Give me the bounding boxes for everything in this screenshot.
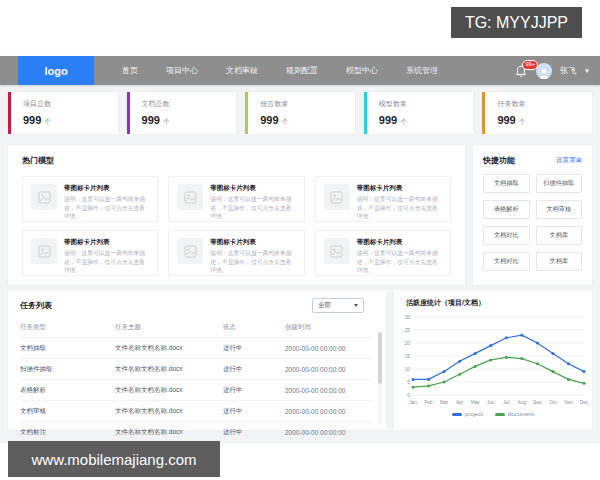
stat-card-tasks[interactable]: 任务数量 999个 [482,92,592,134]
quick-actions-panel: 快捷功能 设置菜单 文档抽取 扫描件抽取 表格解析 文档审核 文档对比 文档库 … [473,145,592,285]
site-watermark: www.mobilemajiang.com [8,441,220,477]
qa-button-doc-extract[interactable]: 文档抽取 [483,174,530,193]
stat-value: 999 [497,114,515,126]
model-card-title: 带图标卡片列表 [357,184,442,193]
table-row[interactable]: 表格解析 文件名称文档名称.docx 进行中 2000-00-00 00:00:… [20,379,372,400]
task-filter-value: 全部 [318,301,331,310]
svg-text:Dec: Dec [580,400,589,405]
hot-models-title: 热门模型 [22,155,451,166]
user-avatar[interactable] [536,63,552,79]
chevron-down-icon[interactable]: ▼ [584,68,590,74]
task-list-panel: 任务列表 全部 任务类型 任务主题 状态 创建时间 文档抽取 文件名称文档名称.… [8,290,386,430]
model-card-desc: 说明：这里可以放一两句简单描述，不宜操作，仅可点击去查看详情。 [357,249,442,275]
model-card[interactable]: 带图标卡片列表说明：这里可以放一两句简单描述，不宜操作，仅可点击去查看详情。 [315,176,451,222]
stat-card-documents[interactable]: 文档总数 999个 [127,92,237,134]
table-row[interactable]: 扫描件抽取 文件名称文档名称.docx 进行中 2000-00-00 00:00… [20,358,372,379]
svg-text:Nov: Nov [564,400,573,405]
col-task-type: 任务类型 [20,323,115,332]
user-name[interactable]: 张飞 [560,65,576,76]
notification-badge: 99+ [522,60,538,71]
navbar-right: 99+ 张飞 ▼ [515,56,590,85]
svg-text:Jul: Jul [503,400,509,405]
hot-models-panel: 热门模型 带图标卡片列表说明：这里可以放一两句简单描述，不宜操作，仅可点击去查看… [8,145,465,285]
table-row[interactable]: 文档标注 文件名称文档名称.docx 进行中 2000-00-00 00:00:… [20,421,372,442]
stat-value: 999 [142,114,160,126]
qa-button-table-parse[interactable]: 表格解析 [483,200,530,219]
stat-card-reports[interactable]: 报告数量 999个 [245,92,355,134]
svg-text:30: 30 [405,315,411,320]
qa-button-doc-compare-2[interactable]: 文档对比 [483,252,530,271]
image-icon [177,238,203,264]
model-card-title: 带图标卡片列表 [64,238,149,247]
scrollbar-thumb[interactable] [378,332,382,384]
cell-task-subject: 文件名称文档名称.docx [115,344,223,353]
svg-text:0: 0 [407,393,410,398]
model-card[interactable]: 带图标卡片列表说明：这里可以放一两句简单描述，不宜操作，仅可点击去查看详情。 [315,230,451,276]
nav-item-rules[interactable]: 规则配置 [286,65,318,76]
qa-button-doc-library-2[interactable]: 文档库 [536,252,583,271]
svg-text:5: 5 [407,380,410,385]
model-card-title: 带图标卡片列表 [210,238,295,247]
legend-item-document[interactable]: document [495,411,534,417]
svg-text:May: May [471,400,481,405]
model-card[interactable]: 带图标卡片列表说明：这里可以放一两句简单描述，不宜操作，仅可点击去查看详情。 [22,176,158,222]
stat-value: 999 [379,114,397,126]
svg-text:Jun: Jun [487,400,495,405]
cell-created-at: 2000-00-00 00:00:00 [285,366,372,373]
model-card-title: 带图标卡片列表 [357,238,442,247]
settings-menu-link[interactable]: 设置菜单 [556,156,582,165]
stat-unit: 个 [163,118,170,125]
model-card-desc: 说明：这里可以放一两句简单描述，不宜操作，仅可点击去查看详情。 [64,195,149,221]
cell-created-at: 2000-00-00 00:00:00 [285,345,372,352]
model-card[interactable]: 带图标卡片列表说明：这里可以放一两句简单描述，不宜操作，仅可点击去查看详情。 [168,230,304,276]
logo[interactable]: logo [18,56,94,85]
qa-button-scan-extract[interactable]: 扫描件抽取 [536,174,583,193]
cell-task-type: 表格解析 [20,386,115,395]
model-card-desc: 说明：这里可以放一两句简单描述，不宜操作，仅可点击去查看详情。 [357,195,442,221]
svg-text:Mar: Mar [440,400,449,405]
cell-task-subject: 文件名称文档名称.docx [115,428,223,437]
task-filter-select[interactable]: 全部 [312,298,364,313]
cell-status: 进行中 [223,344,285,353]
notification-bell-icon[interactable]: 99+ [515,64,528,78]
stat-card-models[interactable]: 模型数量 999个 [364,92,474,134]
stat-unit: 个 [282,118,289,125]
model-card[interactable]: 带图标卡片列表说明：这里可以放一两句简单描述，不宜操作，仅可点击去查看详情。 [168,176,304,222]
nav-item-projects[interactable]: 项目中心 [166,65,198,76]
nav-item-home[interactable]: 首页 [122,65,138,76]
cell-created-at: 2000-00-00 00:00:00 [285,429,372,436]
model-card-desc: 说明：这里可以放一两句简单描述，不宜操作，仅可点击去查看详情。 [210,195,295,221]
table-row[interactable]: 文档审核 文件名称文档名称.docx 进行中 2000-00-00 00:00:… [20,400,372,421]
legend-marker [495,413,505,416]
table-header-row: 任务类型 任务主题 状态 创建时间 [20,319,372,337]
qa-button-doc-review[interactable]: 文档审核 [536,200,583,219]
tg-watermark: TG: MYYJJPP [451,7,582,38]
nav-item-models[interactable]: 模型中心 [346,65,378,76]
nav-item-doc-review[interactable]: 文档审核 [226,65,258,76]
svg-text:20: 20 [405,341,411,346]
legend-item-project[interactable]: project [452,411,483,417]
activity-chart-title: 活跃度统计（项目/文档） [394,290,592,308]
cell-task-subject: 文件名称文档名称.docx [115,407,223,416]
qa-button-doc-compare[interactable]: 文档对比 [483,226,530,245]
stat-label: 报告数量 [260,99,349,109]
table-row[interactable]: 文档抽取 文件名称文档名称.docx 进行中 2000-00-00 00:00:… [20,337,372,358]
stat-card-projects[interactable]: 项目总数 999个 [8,92,118,134]
col-created-at: 创建时间 [285,323,372,332]
qa-button-doc-library[interactable]: 文档库 [536,226,583,245]
svg-text:Aug: Aug [518,400,527,405]
svg-text:Oct: Oct [549,400,557,405]
model-card-title: 带图标卡片列表 [64,184,149,193]
activity-chart-panel: 活跃度统计（项目/文档） 051015202530JanFebMarAprMay… [394,290,592,430]
chevron-down-icon [354,304,358,307]
svg-text:Sep: Sep [533,400,542,405]
nav-item-system[interactable]: 系统管理 [406,65,438,76]
cell-task-type: 文档审核 [20,407,115,416]
table-scrollbar[interactable] [378,332,382,424]
model-grid: 带图标卡片列表说明：这里可以放一两句简单描述，不宜操作，仅可点击去查看详情。 带… [22,176,451,276]
stat-value: 999 [260,114,278,126]
quick-actions-grid: 文档抽取 扫描件抽取 表格解析 文档审核 文档对比 文档库 文档对比 文档库 [473,174,592,271]
svg-text:25: 25 [405,328,411,333]
model-card[interactable]: 带图标卡片列表说明：这里可以放一两句简单描述，不宜操作，仅可点击去查看详情。 [22,230,158,276]
main-content: 项目总数 999个 文档总数 999个 报告数量 999个 模型数量 999个 … [0,85,600,443]
